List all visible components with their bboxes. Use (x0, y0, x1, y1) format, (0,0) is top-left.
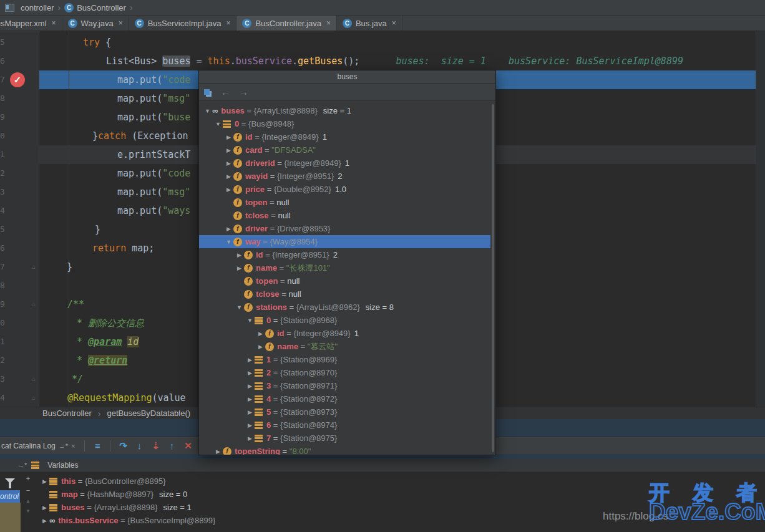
pin-icon[interactable]: →* (59, 442, 68, 450)
breakpoint-icon[interactable]: ✓ (10, 72, 25, 87)
breadcrumb-package[interactable]: controller (18, 3, 56, 12)
breadcrumb-method-item[interactable]: getBusesByDatatable() (107, 409, 190, 418)
expander-icon[interactable]: ▶ (245, 357, 255, 363)
code-line[interactable]: map.put("code (42, 164, 190, 183)
expander-icon[interactable]: ▼ (224, 239, 233, 245)
frames-list-fragment[interactable]: ontrol (0, 490, 20, 503)
code-line[interactable]: List<Bus> buses = this.busService.getBus… (42, 52, 683, 70)
remove-watch-button[interactable]: − (26, 486, 30, 494)
code-line[interactable]: } (42, 220, 100, 239)
move-up-button[interactable]: ▲ (26, 498, 31, 504)
filter-icon[interactable] (5, 478, 15, 483)
move-down-button[interactable]: ▼ (26, 508, 31, 514)
tree-row[interactable]: ftopen = null (199, 274, 490, 288)
popup-scrollbar[interactable] (492, 104, 494, 452)
expander-icon[interactable]: ▶ (245, 396, 255, 402)
code-line[interactable]: map.put("code (42, 70, 190, 89)
popup-title[interactable]: buses (199, 70, 495, 84)
fold-marker-icon[interactable]: ⌂ (30, 389, 37, 407)
tree-row[interactable]: ftclose = null (199, 288, 490, 301)
expander-icon[interactable]: ▶ (40, 478, 49, 485)
expander-icon[interactable]: ▶ (224, 147, 233, 153)
expander-icon[interactable]: ▶ (245, 409, 255, 415)
expander-icon[interactable]: ▶ (245, 422, 255, 428)
expander-icon[interactable]: ▶ (245, 435, 255, 442)
breadcrumb-class[interactable]: C BusController (62, 3, 129, 12)
expander-icon[interactable]: ▼ (235, 304, 244, 311)
menu-icon[interactable]: ≡ (89, 440, 105, 451)
tree-row[interactable]: ▶fname = "长株潭101" (199, 261, 490, 274)
tree-row[interactable]: ▶1 = {Station@8969} (199, 353, 490, 366)
close-icon[interactable]: × (392, 19, 396, 27)
code-line[interactable]: return map; (42, 239, 154, 258)
tree-row[interactable]: ▼fstations = {ArrayList@8962}size = 8 (199, 301, 490, 314)
code-line[interactable]: @RequestMapping(value (42, 389, 186, 407)
pin-icon[interactable]: →* (17, 462, 27, 469)
code-line[interactable]: * @param id (42, 332, 139, 351)
code-line[interactable]: * 删除公交信息 (42, 314, 144, 332)
variables-view-icon[interactable] (204, 89, 210, 95)
expander-icon[interactable]: ▶ (213, 448, 223, 455)
expander-icon[interactable]: ▶ (235, 265, 244, 271)
tree-row[interactable]: ▶fwayid = {Integer@8951}2 (199, 170, 490, 183)
editor-tab[interactable]: CWay.java× (62, 16, 129, 31)
tree-row[interactable]: ftclose = null (199, 209, 490, 222)
code-line[interactable]: e.printStackT (42, 145, 190, 164)
tree-row[interactable]: ▶ftopenString = "8:00" (199, 445, 490, 455)
tree-row[interactable]: ▼∞buses = {ArrayList@8898}size = 1 (199, 104, 490, 117)
expander-icon[interactable]: ▶ (224, 186, 233, 193)
expander-icon[interactable]: ▶ (224, 226, 233, 232)
close-icon[interactable]: × (326, 19, 331, 27)
tree-row[interactable]: ▼fway = {Way@8954} (199, 235, 490, 248)
fold-marker-icon[interactable]: ⌂ (30, 258, 37, 276)
close-icon[interactable]: × (52, 19, 56, 27)
console-tab[interactable]: cat Catalina Log →* × (0, 437, 80, 454)
tree-row[interactable]: ▼0 = {Bus@8948} (199, 117, 490, 130)
expander-icon[interactable]: ▼ (203, 108, 212, 114)
tree-row[interactable]: ▶fid = {Integer@8949}1 (199, 327, 490, 340)
expander-icon[interactable]: ▶ (245, 383, 255, 389)
tree-row[interactable]: ▶fprice = {Double@8952}1.0 (199, 183, 490, 196)
tree-row[interactable]: ▼0 = {Station@8968} (199, 314, 490, 327)
expander-icon[interactable]: ▶ (256, 344, 265, 350)
close-icon[interactable]: × (71, 442, 75, 450)
close-icon[interactable]: × (119, 19, 123, 27)
editor-tab[interactable]: CBusController.java× (236, 16, 337, 31)
tree-row[interactable]: ▶fdriverid = {Integer@8949}1 (199, 157, 490, 170)
tree-row[interactable]: ▶4 = {Station@8972} (199, 392, 490, 405)
code-line[interactable]: */ (42, 370, 83, 389)
code-line[interactable]: /** (42, 295, 84, 314)
project-tool-window-icon[interactable] (5, 4, 14, 12)
editor-tab[interactable]: BusMapper.xml× (0, 16, 62, 31)
tree-row[interactable]: ▶3 = {Station@8971} (199, 379, 490, 392)
expander-icon[interactable]: ▶ (256, 331, 265, 337)
drop-frame-icon[interactable]: ✕ (180, 440, 196, 452)
step-out-icon[interactable]: ↑ (163, 440, 180, 451)
editor-tab[interactable]: CBusServiceImpl.java× (129, 16, 237, 31)
code-line[interactable]: } (42, 258, 72, 276)
fold-marker-icon[interactable]: ⌂ (30, 370, 37, 389)
code-line[interactable]: * @return (42, 351, 127, 370)
expander-icon[interactable]: ▶ (235, 252, 244, 258)
expander-icon[interactable]: ▼ (213, 121, 223, 127)
expander-icon[interactable]: ▶ (224, 134, 233, 140)
tree-row[interactable]: ftopen = null (199, 196, 490, 209)
code-line[interactable]: map.put("buse (42, 108, 190, 127)
close-icon[interactable]: × (226, 19, 230, 27)
tree-row[interactable]: ▶fcard = "DFSADSA" (199, 143, 490, 157)
editor-scrollbar[interactable] (756, 31, 765, 407)
code-line[interactable] (42, 276, 67, 295)
code-line[interactable]: map.put("msg" (42, 183, 190, 201)
code-line[interactable]: map.put("msg" (42, 89, 190, 108)
expander-icon[interactable]: ▶ (245, 370, 255, 376)
back-arrow-icon[interactable]: ← (221, 87, 230, 97)
tree-row[interactable]: ▶fname = "暮云站" (199, 340, 490, 353)
tree-row[interactable]: ▶fdriver = {Driver@8953} (199, 222, 490, 235)
step-over-icon[interactable]: ↷ (115, 440, 131, 452)
expander-icon[interactable]: ▶ (40, 518, 49, 524)
tree-row[interactable]: ▶6 = {Station@8974} (199, 418, 490, 432)
add-watch-button[interactable]: + (26, 475, 30, 482)
editor-tab[interactable]: CBus.java× (337, 16, 402, 31)
forward-arrow-icon[interactable]: → (239, 87, 248, 97)
tree-row[interactable]: ▶7 = {Station@8975} (199, 432, 490, 445)
